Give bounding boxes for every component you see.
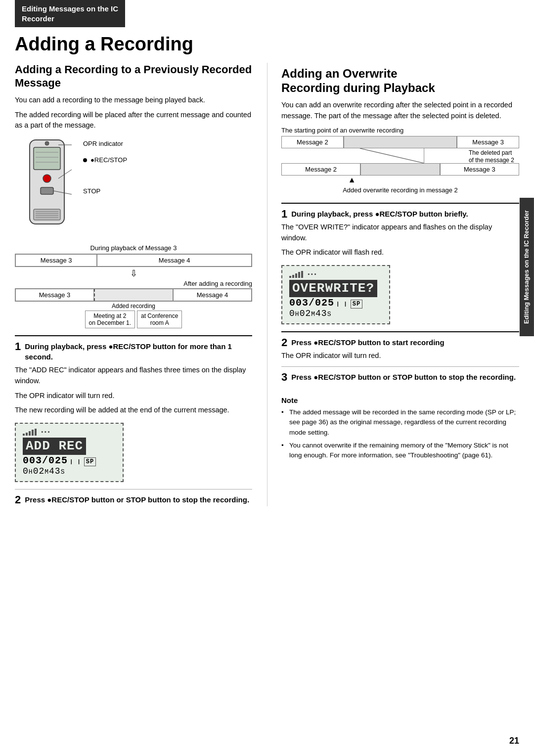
diagram-row-1: Message 3 Message 4 bbox=[15, 254, 252, 267]
during-label: During playback of Message 3 bbox=[15, 244, 252, 252]
step3-heading-right: Press ●REC/STOP button or STOP button to… bbox=[291, 372, 519, 382]
lcd-main-text-2: OVERWRITE? bbox=[289, 280, 377, 297]
diagram-arrow-down: ⇩ bbox=[15, 268, 252, 279]
lcd-display-1: ▪▪▪ ADD REC 003/025 | | SP 0H02M43S bbox=[15, 423, 124, 482]
lcd-sp-1: SP bbox=[84, 457, 96, 466]
stop-label: STOP bbox=[83, 187, 127, 195]
svg-rect-6 bbox=[41, 187, 53, 194]
diagram-row-2: Message 3 Message 4 bbox=[15, 288, 252, 302]
added-recording-label: Added recording bbox=[112, 303, 155, 310]
ow-bot-msg2: Message 2 bbox=[281, 163, 360, 176]
lcd-top-icons-1: ▪▪▪ bbox=[23, 429, 116, 436]
note-item-2: You cannot overwrite if the remaining me… bbox=[281, 441, 519, 461]
lcd-display-2: ▪▪▪ OVERWRITE? 003/025 | | SP 0H02M43S bbox=[281, 265, 390, 324]
svg-rect-1 bbox=[34, 147, 60, 170]
rec-label: ●REC/STOP bbox=[83, 156, 127, 164]
step1-left: 1 During playback, press ●REC/STOP butto… bbox=[15, 335, 252, 416]
intro-para2-left: The added recording will be placed after… bbox=[15, 110, 252, 132]
step1-body3: The new recording will be added at the e… bbox=[15, 405, 252, 416]
lcd-time-1: 0H02M43S bbox=[23, 466, 116, 476]
lcd-counter-2: 003/025 | | SP bbox=[289, 297, 382, 309]
diag-row1-msg3: Message 3 bbox=[15, 254, 97, 267]
ow-bottom-row: Message 2 Message 3 bbox=[281, 163, 519, 176]
ow-top-wide bbox=[344, 136, 457, 148]
diag-row2-added bbox=[94, 289, 173, 301]
bar1r bbox=[289, 276, 291, 278]
step1-number-left: 1 bbox=[15, 340, 21, 353]
step1-number-right: 1 bbox=[281, 208, 287, 221]
lcd-battery-icon: ▪▪▪ bbox=[41, 429, 50, 435]
step3-number-right: 3 bbox=[281, 371, 287, 384]
ow-top-row: Message 2 Message 3 bbox=[281, 136, 519, 148]
svg-point-5 bbox=[43, 175, 51, 182]
bar2 bbox=[26, 433, 28, 436]
ow-deleted-label: The deleted partof the message 2 bbox=[469, 149, 514, 165]
svg-line-17 bbox=[360, 148, 424, 163]
bar5r bbox=[301, 271, 303, 278]
lcd-time-2: 0H02M43S bbox=[289, 309, 382, 318]
svg-rect-7 bbox=[34, 209, 60, 220]
lcd-main-text-1: ADD REC bbox=[23, 438, 86, 455]
step2r-body: The OPR indicator will turn red. bbox=[281, 351, 519, 361]
note-section: Note The added message will be recorded … bbox=[281, 392, 519, 460]
sub-cell-2: at Conferenceroom A bbox=[137, 311, 182, 328]
intro-para-right: You can add an overwrite recording after… bbox=[281, 100, 519, 122]
bar3r bbox=[295, 273, 297, 278]
ow-top-msg2: Message 2 bbox=[281, 136, 344, 148]
header-title-line2: Recorder bbox=[22, 14, 54, 23]
ow-added-label: Added overwrite recording in message 2 bbox=[281, 186, 519, 194]
ow-pointer: ▲ bbox=[348, 176, 519, 184]
step1r-body1: The "OVER WRITE?" indicator appears and … bbox=[281, 222, 519, 244]
signal-bars-1 bbox=[23, 429, 37, 436]
note-title: Note bbox=[281, 396, 519, 404]
step1-body1: The "ADD REC" indicator appears and flas… bbox=[15, 365, 252, 387]
step2-heading-left: Press ●REC/STOP button or STOP button to… bbox=[25, 494, 252, 505]
device-drawing bbox=[15, 135, 79, 235]
diag-row2-msg4: Message 4 bbox=[173, 289, 252, 301]
after-label: After adding a recording bbox=[15, 280, 252, 287]
device-labels: OPR indicator ●REC/STOP STOP bbox=[83, 140, 127, 195]
step2-right: 2 Press ●REC/STOP button to start record… bbox=[281, 331, 519, 361]
bar4 bbox=[32, 430, 34, 436]
add-rec-diagram: During playback of Message 3 Message 3 M… bbox=[15, 244, 252, 328]
diag-row2-msg3: Message 3 bbox=[15, 289, 94, 301]
step3-right: 3 Press ●REC/STOP button or STOP button … bbox=[281, 366, 519, 382]
opr-label: OPR indicator bbox=[83, 140, 127, 147]
bar2r bbox=[292, 275, 294, 278]
section-title-left: Adding a Recording to a Previously Recor… bbox=[15, 63, 252, 90]
ow-diagram: The starting point of an overwrite recor… bbox=[281, 127, 519, 194]
step1-body-right: The "OVER WRITE?" indicator appears and … bbox=[281, 222, 519, 258]
step2-left: 2 Press ●REC/STOP button or STOP button … bbox=[15, 489, 252, 505]
step1-right: 1 During playback, press ●REC/STOP butto… bbox=[281, 203, 519, 258]
ow-bot-msg3: Message 3 bbox=[440, 163, 519, 176]
page-title: Adding a Recording bbox=[15, 34, 519, 55]
ow-top-msg3: Message 3 bbox=[457, 136, 519, 148]
lcd-battery-icon-2: ▪▪▪ bbox=[307, 271, 317, 277]
diag-row1-msg4: Message 4 bbox=[97, 254, 252, 267]
ow-arrow-area: The deleted partof the message 2 bbox=[281, 148, 519, 163]
sub-cell-1: Meeting at 2on December 1. bbox=[85, 311, 135, 328]
note-item-1: The added message will be recorded in th… bbox=[281, 407, 519, 438]
ow-start-label: The starting point of an overwrite recor… bbox=[281, 127, 519, 134]
vertical-label: Editing Messages on the IC Recorder bbox=[520, 198, 534, 336]
device-image: OPR indicator ●REC/STOP STOP bbox=[15, 135, 252, 235]
step2-number-left: 2 bbox=[15, 493, 21, 506]
header-title-line1: Editing Messages on the IC bbox=[22, 4, 118, 13]
svg-point-12 bbox=[45, 141, 49, 145]
intro-para1-left: You can add a recording to the message b… bbox=[15, 95, 252, 106]
lcd-top-icons-2: ▪▪▪ bbox=[289, 271, 382, 278]
right-column: Adding an Overwrite Recording during Pla… bbox=[267, 63, 519, 506]
step1-body-left: The "ADD REC" indicator appears and flas… bbox=[15, 365, 252, 416]
step1-body2: The OPR indicator will turn red. bbox=[15, 391, 252, 401]
lcd-counter-1: 003/025 | | SP bbox=[23, 455, 116, 466]
step2-heading-right: Press ●REC/STOP button to start recordin… bbox=[291, 337, 519, 348]
bar3 bbox=[29, 431, 31, 436]
step1-heading-left: During playback, press ●REC/STOP button … bbox=[25, 341, 252, 362]
header-bar: Editing Messages on the IC Recorder bbox=[15, 0, 125, 27]
page-number: 21 bbox=[509, 736, 519, 746]
step2-body-right: The OPR indicator will turn red. bbox=[281, 351, 519, 361]
step2-number-right: 2 bbox=[281, 336, 287, 349]
left-column: Adding a Recording to a Previously Recor… bbox=[15, 63, 252, 506]
step1r-body2: The OPR indicator will flash red. bbox=[281, 247, 519, 258]
signal-bars-2 bbox=[289, 271, 303, 278]
